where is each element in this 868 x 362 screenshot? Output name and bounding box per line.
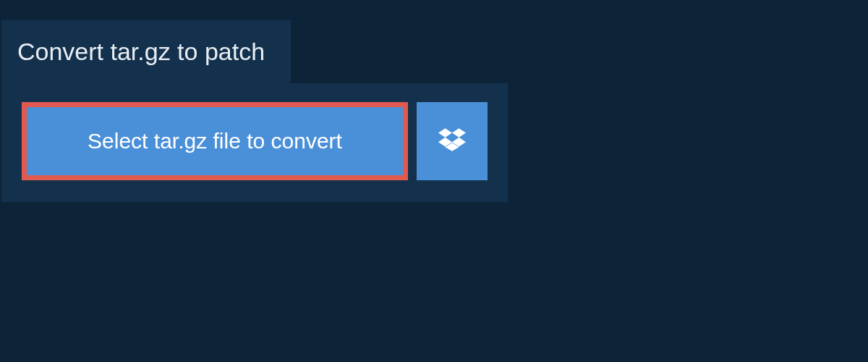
dropbox-icon bbox=[438, 126, 466, 156]
header-tab: Convert tar.gz to patch bbox=[1, 20, 291, 83]
select-file-label: Select tar.gz file to convert bbox=[88, 129, 342, 153]
select-file-button[interactable]: Select tar.gz file to convert bbox=[22, 102, 408, 180]
dropbox-button[interactable] bbox=[417, 102, 488, 180]
page-title: Convert tar.gz to patch bbox=[17, 38, 265, 66]
upload-panel: Select tar.gz file to convert bbox=[1, 83, 508, 202]
